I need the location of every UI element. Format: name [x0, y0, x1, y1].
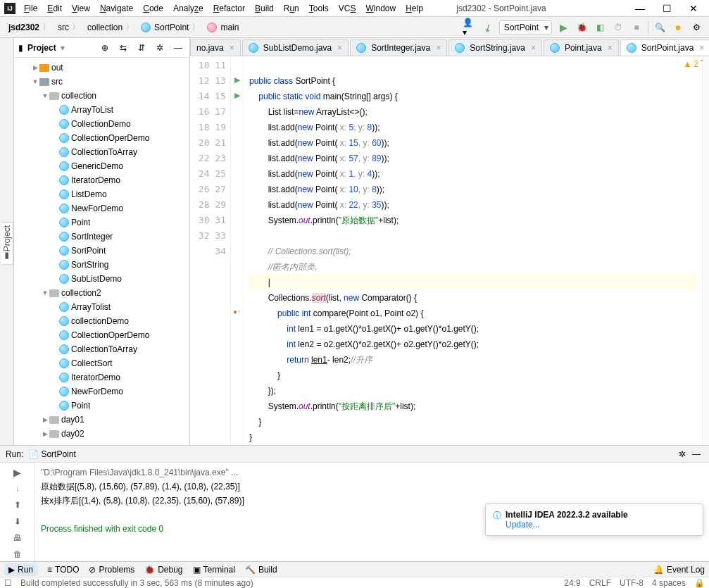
- code-editor[interactable]: ▲2ˇ 10 11 12 13 14 15 16 17 18 19 20 21 …: [190, 56, 709, 445]
- tree-file[interactable]: GenericDemo: [14, 159, 189, 173]
- run-button[interactable]: ▶: [556, 20, 570, 35]
- bottom-run-tab[interactable]: ▶ Run: [4, 563, 37, 576]
- tree-file[interactable]: NewForDemo: [14, 384, 189, 399]
- menu-file[interactable]: File: [20, 2, 42, 15]
- tab-close-icon[interactable]: ×: [608, 43, 613, 53]
- menu-view[interactable]: View: [68, 2, 94, 15]
- line-separator[interactable]: CRLF: [589, 578, 611, 588]
- settings-icon[interactable]: ✲: [153, 41, 167, 55]
- breadcrumb-root[interactable]: jsd2302〉: [6, 20, 55, 35]
- menu-analyze[interactable]: Analyze: [169, 2, 208, 15]
- tree-file[interactable]: SortString: [14, 258, 189, 272]
- tree-file[interactable]: SortInteger: [14, 230, 189, 244]
- tree-file[interactable]: CollectionToArray: [14, 342, 189, 356]
- tree-file[interactable]: collectionDemo: [14, 314, 189, 328]
- project-tree[interactable]: ▶out ▼src ▼collection ArrayToList Collec…: [14, 58, 189, 445]
- tree-file[interactable]: SubListDemo: [14, 272, 189, 286]
- menu-code[interactable]: Code: [139, 2, 168, 15]
- tree-file[interactable]: SortPoint: [14, 244, 189, 258]
- menu-navigate[interactable]: Navigate: [96, 2, 137, 15]
- bottom-build-tab[interactable]: 🔨 Build: [245, 565, 277, 575]
- tree-file[interactable]: CollectionToArray: [14, 145, 189, 159]
- tree-file[interactable]: CollectSort: [14, 356, 189, 370]
- breadcrumb-src[interactable]: src〉: [55, 20, 84, 35]
- inspection-indicator[interactable]: ▲2ˇ: [683, 59, 703, 69]
- bottom-eventlog-tab[interactable]: 🔔 Event Log: [653, 565, 705, 575]
- lock-icon[interactable]: 🔒: [694, 578, 705, 588]
- bottom-problems-tab[interactable]: ⊘ Problems: [89, 565, 134, 575]
- expand-all-icon[interactable]: ⇆: [116, 41, 130, 55]
- tree-file[interactable]: IteratorDemo: [14, 370, 189, 384]
- editor-tab-active[interactable]: SortPoint.java×: [620, 39, 709, 56]
- menu-window[interactable]: Window: [361, 2, 400, 15]
- update-project-button[interactable]: ↙: [478, 18, 497, 37]
- ide-update-icon[interactable]: ●: [671, 20, 685, 35]
- tab-close-icon[interactable]: ×: [699, 43, 704, 53]
- maximize-button[interactable]: ☐: [658, 2, 675, 15]
- menu-vcs[interactable]: VCS: [334, 2, 360, 15]
- breadcrumb-class[interactable]: SortPoint〉: [138, 20, 204, 35]
- code-text[interactable]: public class SortPoint { public static v…: [244, 56, 702, 445]
- tree-node-collection[interactable]: ▼collection: [14, 89, 189, 103]
- minimize-button[interactable]: —: [632, 2, 648, 15]
- tree-file[interactable]: Point: [14, 399, 189, 413]
- tree-file[interactable]: NewForDemo: [14, 201, 189, 215]
- close-button[interactable]: ✕: [685, 2, 702, 15]
- bottom-terminal-tab[interactable]: ▣ Terminal: [193, 565, 235, 575]
- print-button[interactable]: 🖶: [11, 531, 25, 544]
- tree-node-out[interactable]: ▶out: [14, 61, 189, 75]
- menu-edit[interactable]: Edit: [43, 2, 66, 15]
- rail-project-tab[interactable]: ▮ Project: [1, 222, 13, 265]
- tree-file[interactable]: ArrayToList: [14, 103, 189, 117]
- menu-run[interactable]: Run: [280, 2, 303, 15]
- tab-close-icon[interactable]: ×: [230, 43, 234, 53]
- indent-info[interactable]: 4 spaces: [652, 578, 686, 588]
- tab-close-icon[interactable]: ×: [337, 43, 342, 53]
- menu-tools[interactable]: Tools: [305, 2, 333, 15]
- debug-button[interactable]: 🐞: [575, 20, 589, 35]
- breadcrumb-method[interactable]: main: [204, 21, 241, 34]
- tab-close-icon[interactable]: ×: [531, 43, 536, 53]
- tree-file[interactable]: ArrayTolist: [14, 300, 189, 314]
- search-button[interactable]: 🔍: [653, 20, 667, 35]
- tab-close-icon[interactable]: ×: [436, 43, 441, 53]
- tree-file[interactable]: Point: [14, 215, 189, 230]
- editor-tab[interactable]: no.java×: [190, 39, 241, 56]
- user-icon[interactable]: 👤▾: [463, 20, 477, 35]
- run-settings-icon[interactable]: ✲: [675, 447, 689, 461]
- tree-node-day01[interactable]: ▶day01: [14, 413, 189, 427]
- collapse-all-icon[interactable]: ⇵: [134, 41, 149, 55]
- breadcrumb-collection[interactable]: collection〉: [84, 20, 138, 35]
- tree-file[interactable]: CollectionDemo: [14, 117, 189, 131]
- menu-refactor[interactable]: Refactor: [209, 2, 249, 15]
- bottom-debug-tab[interactable]: 🐞 Debug: [144, 565, 182, 575]
- tree-file[interactable]: IteratorDemo: [14, 173, 189, 187]
- run-config-select[interactable]: SortPoint: [499, 20, 552, 35]
- editor-tab[interactable]: SortInteger.java×: [350, 39, 447, 56]
- caret-position[interactable]: 24:9: [564, 578, 580, 588]
- update-notification[interactable]: ⓘ IntelliJ IDEA 2022.3.2 available Updat…: [485, 503, 703, 536]
- select-opened-file-icon[interactable]: ⊕: [98, 41, 112, 55]
- trash-button[interactable]: 🗑: [11, 548, 25, 561]
- hide-run-panel-icon[interactable]: —: [689, 447, 703, 461]
- tree-file[interactable]: ListDemo: [14, 187, 189, 201]
- coverage-button[interactable]: ◧: [593, 20, 607, 35]
- settings-gear-icon[interactable]: ⚙: [689, 20, 703, 35]
- bottom-todo-tab[interactable]: ≡ TODO: [47, 565, 79, 575]
- menu-help[interactable]: Help: [401, 2, 427, 15]
- tree-file[interactable]: CollectionOperDemo: [14, 328, 189, 342]
- rerun-button[interactable]: ▶: [11, 465, 25, 479]
- tree-node-day02[interactable]: ▶day02: [14, 427, 189, 441]
- tree-node-collection2[interactable]: ▼collection2: [14, 286, 189, 300]
- stop-run-button[interactable]: ↓: [11, 482, 25, 495]
- editor-tab[interactable]: Point.java×: [544, 39, 619, 56]
- editor-tab[interactable]: SubListDemo.java×: [242, 39, 349, 56]
- stop-button[interactable]: ■: [629, 20, 644, 35]
- tree-file[interactable]: CollectionOperDemo: [14, 131, 189, 145]
- down-stack-button[interactable]: ⬇: [11, 515, 25, 528]
- profile-button[interactable]: ⏱: [611, 20, 625, 35]
- tree-node-src[interactable]: ▼src: [14, 75, 189, 89]
- update-link[interactable]: Update...: [506, 520, 540, 530]
- encoding[interactable]: UTF-8: [620, 578, 644, 588]
- menu-build[interactable]: Build: [251, 2, 278, 15]
